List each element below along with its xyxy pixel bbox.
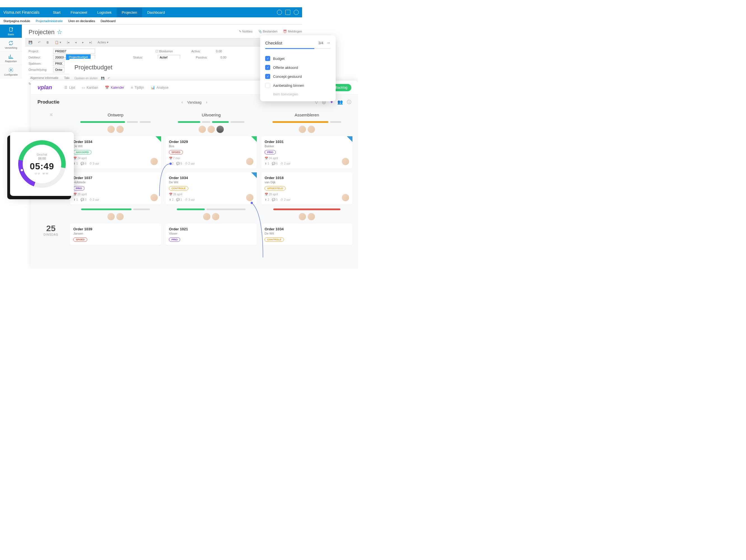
save-icon[interactable]: 💾 — [101, 77, 104, 80]
nav-start[interactable]: Start — [48, 7, 65, 17]
order-card[interactable]: Order 1021 Visser PRIO — [166, 224, 257, 245]
info-icon[interactable]: ⓘ — [347, 100, 351, 105]
checklist-item[interactable]: ✓ Offerte akkoord — [265, 63, 331, 72]
first-icon[interactable]: |◂ — [67, 40, 69, 44]
today-label[interactable]: Vandaag — [187, 100, 201, 104]
order-card[interactable]: Order 1034 De Wit CONTROLE 📅 26 april ⬆ … — [166, 172, 257, 204]
next-day[interactable]: › — [206, 100, 207, 104]
notities-link[interactable]: ✎ Notities — [239, 30, 253, 33]
sidebar-item-rapporten[interactable]: Rapporten — [0, 52, 22, 65]
view-kalender[interactable]: 📅Kalender — [105, 86, 124, 89]
card-meta: ⬆ 1 💬 3 ⏱ 2 uur — [73, 198, 158, 201]
card-title: Order 1037 — [73, 176, 158, 180]
help-icon[interactable] — [277, 10, 282, 15]
save-icon[interactable]: 💾 — [29, 40, 32, 44]
project-field[interactable] — [53, 49, 95, 54]
svg-point-2 — [10, 69, 12, 71]
checklist-add[interactable]: Item toevoegen — [265, 92, 331, 96]
prev-day[interactable]: ‹ — [181, 100, 183, 104]
avatar[interactable] — [342, 194, 349, 201]
checklist-progress — [265, 48, 331, 49]
avatar[interactable] — [308, 213, 315, 220]
avatar[interactable] — [299, 125, 306, 133]
sidebar-item-basis[interactable]: Basis — [0, 25, 22, 38]
settings-icon[interactable] — [285, 10, 290, 15]
timer-widget: Geschat 08:00 05:49 UU MM — [10, 132, 74, 196]
subnav-uren[interactable]: Uren en declaraties — [68, 19, 95, 23]
view-analyse[interactable]: 📊Analyse — [151, 86, 169, 89]
order-card[interactable]: Order 1037 Hofstede PRIO 📅 29 april ⬆ 1 … — [70, 172, 161, 204]
tab-algemeen[interactable]: Algemene informatie — [29, 76, 60, 80]
order-card[interactable]: Order 1034 De Wit AKKOORD 📅 24 april ⬆ 1… — [70, 136, 161, 168]
order-card[interactable]: Order 1029 Bos SPOED 📅 7 mei ⬆ 2 💬 5 ⏱ 2… — [166, 136, 257, 168]
avatar[interactable] — [246, 158, 253, 165]
avatar[interactable] — [342, 158, 349, 165]
omschrijving-field[interactable] — [53, 67, 64, 72]
avatar[interactable] — [150, 194, 158, 201]
projecten-actions: ✎ Notities 📎 Bestanden ⏰ Meldingen — [239, 30, 302, 33]
view-tijdlijn[interactable]: ≡Tijdlijn — [131, 86, 144, 89]
view-lijst[interactable]: ☰Lijst — [64, 86, 75, 89]
meldingen-link[interactable]: ⏰ Meldingen — [283, 30, 302, 33]
avatar[interactable] — [116, 125, 124, 133]
nav-financieel[interactable]: Financieel — [65, 7, 92, 17]
avatar[interactable] — [308, 125, 315, 133]
checkbox-empty-icon[interactable] — [265, 83, 270, 88]
star-icon[interactable]: ☆ — [57, 29, 62, 36]
avatar[interactable] — [199, 125, 206, 133]
checklist-item[interactable]: ✓ Budget — [265, 54, 331, 63]
undo-icon[interactable]: ↶ — [108, 77, 110, 80]
user-icon[interactable] — [294, 10, 299, 15]
undo-icon[interactable]: ↶ — [38, 40, 40, 44]
next-icon[interactable]: ▸ — [82, 40, 84, 44]
arrow-right-icon[interactable]: → — [326, 40, 331, 45]
sjabloon-field[interactable] — [53, 61, 64, 66]
avatar[interactable] — [107, 213, 115, 220]
subnav-dashboard[interactable]: Dashboard — [101, 19, 116, 23]
subnav-startpagina[interactable]: Startpagina module — [3, 19, 30, 23]
card-date: 📅 24 april — [265, 157, 349, 160]
checkbox-checked-icon[interactable]: ✓ — [265, 56, 270, 61]
vplan-logo: vplan — [37, 84, 52, 91]
nav-logistiek[interactable]: Logistiek — [92, 7, 117, 17]
bestanden-link[interactable]: 📎 Bestanden — [258, 30, 278, 33]
card-tag: SPOED — [73, 237, 87, 242]
avatar[interactable] — [150, 158, 158, 165]
checklist-item[interactable]: ✓ Concept gestuurd — [265, 72, 331, 81]
blokkeren-checkbox[interactable]: ☐ Blokkeren — [155, 50, 173, 53]
shuffle-icon[interactable]: ⤭ — [49, 112, 53, 117]
order-card[interactable]: Order 1018 van Dijk UITGESTELD 📅 28 apri… — [261, 172, 352, 204]
acties-dropdown[interactable]: Acties ▾ — [97, 40, 109, 44]
delete-icon[interactable]: 🗑 — [46, 40, 49, 44]
nav-dashboard[interactable]: Dashboard — [142, 7, 170, 17]
checklist-item[interactable]: Aanbetaling binnen — [265, 81, 331, 90]
people-icon[interactable]: 👥 — [337, 100, 343, 105]
checkbox-checked-icon[interactable]: ✓ — [265, 74, 270, 79]
prev-icon[interactable]: ◂ — [75, 40, 77, 44]
avatar[interactable] — [107, 125, 115, 133]
sidebar-item-verwerking[interactable]: Verwerking — [0, 38, 22, 52]
avatar[interactable] — [203, 213, 210, 220]
sidebar-item-configuratie[interactable]: Configuratie — [0, 65, 22, 78]
refresh-icon — [8, 40, 14, 46]
order-card[interactable]: Order 1031 Bakker PRIO 📅 24 april ⬆ 1 💬 … — [261, 136, 352, 168]
avatar[interactable] — [207, 125, 215, 133]
checkbox-checked-icon[interactable]: ✓ — [265, 65, 270, 70]
card-tag: PRIO — [73, 186, 84, 191]
subnav-projectadministratie[interactable]: Projectadministratie — [35, 19, 63, 23]
save-close-link[interactable]: Opslaan en sluiten — [75, 77, 97, 80]
order-card[interactable]: Order 1034 De Wit CONTROLE — [261, 224, 352, 245]
timer-handle[interactable] — [20, 168, 24, 172]
avatar[interactable] — [217, 125, 224, 133]
avatar[interactable] — [246, 194, 253, 201]
avatar[interactable] — [116, 213, 124, 220]
avatar[interactable] — [299, 213, 306, 220]
card-sub: De Wit — [265, 232, 349, 235]
nav-projecten[interactable]: Projecten — [117, 7, 142, 17]
avatar[interactable] — [212, 213, 219, 220]
card-corner-icon — [347, 136, 352, 142]
view-kanban[interactable]: ▭Kanban — [82, 86, 98, 89]
copy-icon[interactable]: 📋 ▾ — [55, 40, 61, 44]
last-icon[interactable]: ▸| — [89, 40, 92, 44]
order-card[interactable]: Order 1039 Jansen SPOED — [70, 224, 161, 245]
